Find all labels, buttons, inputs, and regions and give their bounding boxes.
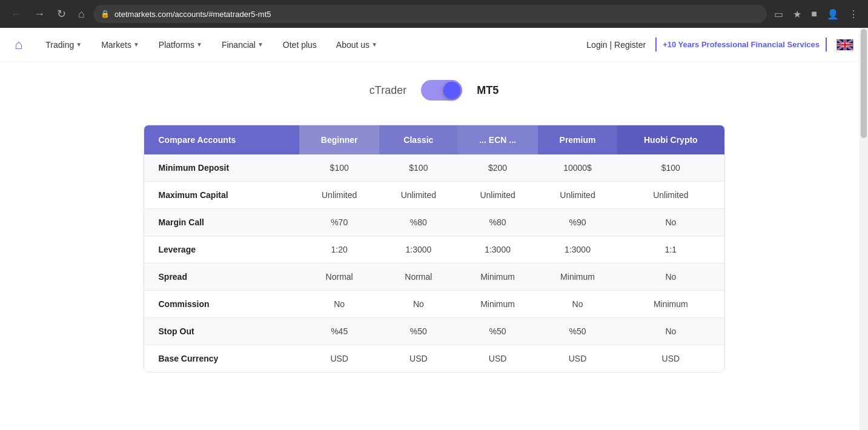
row-cell: %70 [299,209,380,236]
row-cell: USD [617,345,724,372]
chevron-down-icon: ▼ [133,41,139,48]
nav-trading[interactable]: Trading ▼ [37,35,90,55]
table-header-row: Compare Accounts Beginner Classic ... EC… [144,125,724,154]
row-cell: $200 [457,154,538,182]
row-cell: USD [457,345,538,372]
row-cell: Normal [379,263,457,291]
bookmark-button[interactable]: ★ [790,6,804,22]
row-label: Maximum Capital [144,182,299,209]
row-cell: $100 [299,154,380,182]
row-cell: Unlimited [538,182,617,209]
nav-platforms[interactable]: Platforms ▼ [150,35,211,55]
row-cell: No [538,291,617,318]
col-header-premium: Premium [538,125,617,154]
row-cell: %50 [538,318,617,345]
toggle-thumb [443,82,460,99]
register-link[interactable]: Register [614,40,646,50]
row-cell: %50 [457,318,538,345]
table-row: Stop Out%45%50%50%50No [144,318,724,345]
scrollbar-thumb[interactable] [861,29,867,138]
table-row: Minimum Deposit$100$100$20010000$$100 [144,154,724,182]
row-cell: %45 [299,318,380,345]
row-cell: $100 [617,154,724,182]
cast-button[interactable]: ▭ [772,6,786,22]
table-row: Base CurrencyUSDUSDUSDUSDUSD [144,345,724,372]
scrollbar[interactable] [860,28,868,391]
row-cell: %50 [379,318,457,345]
row-cell: USD [538,345,617,372]
row-cell: Unlimited [617,182,724,209]
row-cell: 1:3000 [538,236,617,263]
row-cell: No [379,291,457,318]
row-cell: No [299,291,380,318]
table-row: Margin Call%70%80%80%90No [144,209,724,236]
nav-otet-plus[interactable]: Otet plus [274,35,325,55]
row-cell: Minimum [457,291,538,318]
row-label: Leverage [144,236,299,263]
address-bar[interactable]: 🔒 [93,5,767,23]
promo-banner: +10 Years Professional Financial Service… [655,38,827,51]
row-cell: Minimum [457,263,538,291]
table-row: SpreadNormalNormalMinimumMinimumNo [144,263,724,291]
extension-button[interactable]: ■ [809,6,820,22]
row-cell: Normal [299,263,380,291]
browser-actions: ▭ ★ ■ 👤 ⋮ [772,6,861,22]
login-link[interactable]: Login [586,40,607,50]
row-cell: No [617,318,724,345]
table-row: Leverage1:201:30001:30001:30001:1 [144,236,724,263]
profile-button[interactable]: 👤 [824,6,841,22]
col-header-compare: Compare Accounts [144,125,299,154]
nav-markets[interactable]: Markets ▼ [93,35,148,55]
home-button[interactable]: ⌂ [75,5,88,23]
site-logo[interactable]: ⌂ [15,37,22,53]
col-header-classic: Classic [379,125,457,154]
row-cell: 1:3000 [457,236,538,263]
table-row: CommissionNoNoMinimumNoMinimum [144,291,724,318]
platform-toggle[interactable] [421,80,462,101]
row-cell: No [617,209,724,236]
menu-button[interactable]: ⋮ [846,6,861,22]
chevron-down-icon: ▼ [371,41,377,48]
table-row: Maximum CapitalUnlimitedUnlimitedUnlimit… [144,182,724,209]
row-cell: 1:1 [617,236,724,263]
row-cell: Minimum [538,263,617,291]
row-cell: %80 [379,209,457,236]
row-cell: Unlimited [457,182,538,209]
forward-button[interactable]: → [30,5,48,23]
row-cell: Minimum [617,291,724,318]
row-label: Margin Call [144,209,299,236]
row-cell: 1:20 [299,236,380,263]
toggle-section: cTrader MT5 [369,80,499,101]
comparison-table-wrapper: Compare Accounts Beginner Classic ... EC… [144,125,725,372]
row-cell: No [617,263,724,291]
nav-financial[interactable]: Financial ▼ [213,35,272,55]
auth-separator: | [609,40,614,50]
lock-icon: 🔒 [101,10,110,18]
reload-button[interactable]: ↻ [53,5,70,23]
row-cell: %80 [457,209,538,236]
row-label: Commission [144,291,299,318]
col-header-huobi: Huobi Crypto [617,125,724,154]
row-label: Spread [144,263,299,291]
col-header-ecn: ... ECN ... [457,125,538,154]
row-cell: Unlimited [299,182,380,209]
col-header-beginner: Beginner [299,125,380,154]
row-label: Base Currency [144,345,299,372]
url-input[interactable] [114,10,760,19]
main-content: cTrader MT5 Compare Accounts Beginner Cl… [0,62,868,391]
header-right: Login | Register +10 Years Professional … [586,38,853,51]
language-flag[interactable] [837,39,853,50]
chevron-down-icon: ▼ [196,41,202,48]
row-cell: Unlimited [379,182,457,209]
site-header: ⌂ Trading ▼ Markets ▼ Platforms ▼ Financ… [0,28,868,62]
back-button[interactable]: ← [7,5,25,23]
mt5-label: MT5 [477,84,499,97]
chevron-down-icon: ▼ [76,41,82,48]
nav-about-us[interactable]: About us ▼ [328,35,386,55]
row-cell: USD [379,345,457,372]
auth-links: Login | Register [586,40,646,50]
row-label: Minimum Deposit [144,154,299,182]
row-cell: %90 [538,209,617,236]
ctrader-label: cTrader [369,84,406,97]
comparison-table: Compare Accounts Beginner Classic ... EC… [144,125,724,372]
